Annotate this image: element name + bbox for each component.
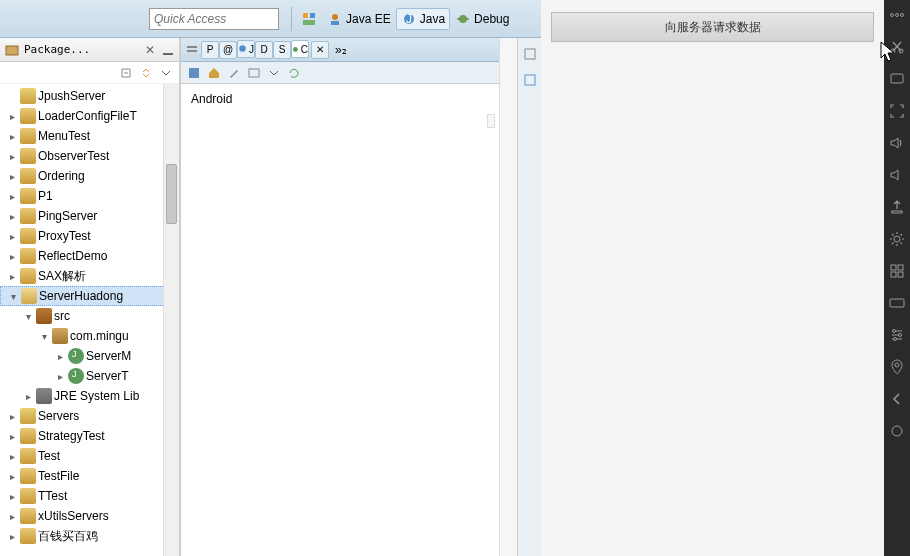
tree-node[interactable]: ▸StrategyTest: [0, 426, 179, 446]
expand-twisty-icon[interactable]: ▸: [6, 131, 18, 142]
edit-icon[interactable]: [227, 66, 241, 80]
expand-twisty-icon[interactable]: ▸: [6, 271, 18, 282]
tree-node[interactable]: ▸Servers: [0, 406, 179, 426]
tree-node[interactable]: ▸ReflectDemo: [0, 246, 179, 266]
tree-node[interactable]: ▸ServerT: [0, 366, 179, 386]
tree-node[interactable]: JpushServer: [0, 86, 179, 106]
fullscreen-icon[interactable]: [888, 102, 906, 120]
expand-twisty-icon[interactable]: ▸: [54, 371, 66, 382]
expand-twisty-icon[interactable]: ▸: [6, 451, 18, 462]
editor-tab[interactable]: P: [201, 41, 219, 59]
collapse-all-icon[interactable]: [119, 66, 133, 80]
refresh-icon[interactable]: [287, 66, 301, 80]
tree-node[interactable]: ▾src: [0, 306, 179, 326]
close-view-button[interactable]: ✕: [143, 43, 157, 57]
tab-close-button[interactable]: ✕: [311, 41, 329, 59]
expand-twisty-icon[interactable]: ▸: [22, 391, 34, 402]
editor-tab[interactable]: C: [291, 40, 309, 58]
tree-node[interactable]: ▸百钱买百鸡: [0, 526, 179, 546]
cut-icon[interactable]: [888, 38, 906, 56]
tree-scrollbar[interactable]: [163, 84, 179, 556]
tree-node[interactable]: ▸LoaderConfigFileT: [0, 106, 179, 126]
java-perspective[interactable]: JJava: [396, 8, 450, 30]
expand-twisty-icon[interactable]: ▾: [38, 331, 50, 342]
screen-icon[interactable]: [888, 70, 906, 88]
expand-twisty-icon[interactable]: ▸: [6, 411, 18, 422]
tree-node[interactable]: ▾com.mingu: [0, 326, 179, 346]
overview-ruler[interactable]: [499, 38, 517, 556]
show-list-icon[interactable]: [185, 43, 199, 57]
grid-icon[interactable]: [888, 262, 906, 280]
svg-rect-0: [303, 13, 308, 18]
expand-twisty-icon[interactable]: ▸: [6, 471, 18, 482]
open-perspective-button[interactable]: [296, 8, 322, 30]
svg-text:J: J: [406, 12, 412, 26]
restore-view-icon[interactable]: [522, 46, 538, 62]
tree-node[interactable]: ▸P1: [0, 186, 179, 206]
expand-twisty-icon[interactable]: ▸: [6, 511, 18, 522]
filter-icon[interactable]: [247, 66, 261, 80]
tree-node[interactable]: ▸TestFile: [0, 466, 179, 486]
expand-twisty-icon[interactable]: ▸: [6, 491, 18, 502]
expand-twisty-icon[interactable]: ▸: [6, 111, 18, 122]
editor-content[interactable]: Android: [181, 84, 499, 556]
expand-twisty-icon[interactable]: ▸: [6, 151, 18, 162]
request-data-button[interactable]: 向服务器请求数据: [551, 12, 874, 42]
svg-rect-17: [249, 69, 259, 77]
back-icon[interactable]: [888, 390, 906, 408]
more-icon[interactable]: [888, 6, 906, 24]
tree-node[interactable]: ▾ServerHuadong: [0, 286, 179, 306]
tab-overflow[interactable]: »₂: [331, 43, 351, 57]
view-menu-icon[interactable]: [159, 66, 173, 80]
emulator-side-controls: [884, 0, 910, 556]
upload-icon[interactable]: [888, 198, 906, 216]
tree-node[interactable]: ▸Test: [0, 446, 179, 466]
save-icon[interactable]: [187, 66, 201, 80]
tree-node[interactable]: ▸ObserverTest: [0, 146, 179, 166]
home-icon[interactable]: [207, 66, 221, 80]
expand-twisty-icon[interactable]: ▸: [6, 531, 18, 542]
keyboard-icon[interactable]: [888, 294, 906, 312]
location-icon[interactable]: [888, 358, 906, 376]
project-tree[interactable]: JpushServer▸LoaderConfigFileT▸MenuTest▸O…: [0, 84, 179, 556]
home-nav-icon[interactable]: [888, 422, 906, 440]
scrollbar-thumb[interactable]: [166, 164, 177, 224]
svg-rect-10: [6, 46, 18, 55]
expand-twisty-icon[interactable]: ▸: [6, 211, 18, 222]
expand-twisty-icon[interactable]: ▾: [7, 291, 19, 302]
editor-tab[interactable]: S: [273, 41, 291, 59]
tree-node[interactable]: ▸MenuTest: [0, 126, 179, 146]
expand-twisty-icon[interactable]: ▾: [22, 311, 34, 322]
debug-perspective[interactable]: Debug: [450, 8, 514, 30]
tree-node[interactable]: ▸Ordering: [0, 166, 179, 186]
expand-twisty-icon[interactable]: ▸: [54, 351, 66, 362]
expand-twisty-icon[interactable]: ▸: [6, 171, 18, 182]
tree-node[interactable]: ▸PingServer: [0, 206, 179, 226]
expand-twisty-icon[interactable]: ▸: [6, 251, 18, 262]
tree-node[interactable]: ▸xUtilsServers: [0, 506, 179, 526]
tree-node[interactable]: ▸TTest: [0, 486, 179, 506]
volume-up-icon[interactable]: [888, 134, 906, 152]
tree-node-label: Ordering: [38, 169, 85, 183]
editor-tab[interactable]: J: [237, 40, 255, 58]
dropdown-icon[interactable]: [267, 66, 281, 80]
brightness-icon[interactable]: [888, 230, 906, 248]
settings-icon[interactable]: [888, 326, 906, 344]
expand-twisty-icon[interactable]: ▸: [6, 431, 18, 442]
prj-icon: [20, 108, 36, 124]
tree-node[interactable]: ▸ProxyTest: [0, 226, 179, 246]
link-editor-icon[interactable]: [139, 66, 153, 80]
editor-tab[interactable]: D: [255, 41, 273, 59]
volume-down-icon[interactable]: [888, 166, 906, 184]
editor-tab[interactable]: @: [219, 41, 237, 59]
java-ee-perspective[interactable]: Java EE: [322, 8, 396, 30]
tree-node[interactable]: ▸JRE System Lib: [0, 386, 179, 406]
folding-marker[interactable]: [487, 114, 495, 128]
expand-twisty-icon[interactable]: ▸: [6, 191, 18, 202]
expand-twisty-icon[interactable]: ▸: [6, 231, 18, 242]
outline-view-icon[interactable]: [522, 72, 538, 88]
minimize-view-button[interactable]: [161, 43, 175, 57]
tree-node[interactable]: ▸ServerM: [0, 346, 179, 366]
tree-node[interactable]: ▸SAX解析: [0, 266, 179, 286]
quick-access-input[interactable]: [149, 8, 279, 30]
